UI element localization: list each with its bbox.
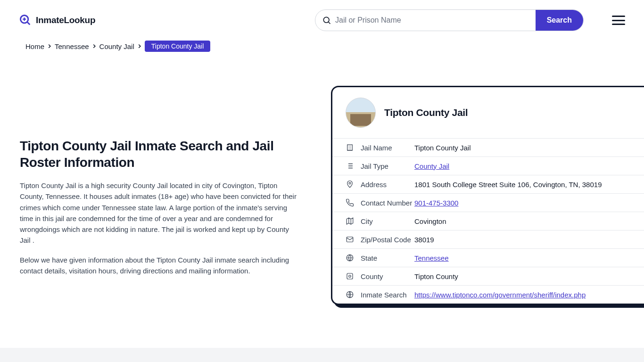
info-row: Zip/Postal Code38019 [332, 230, 644, 248]
row-value: 1801 South College Street Suite 106, Cov… [414, 181, 602, 189]
intro-paragraph-2: Below we have given information about th… [20, 255, 298, 277]
breadcrumb-home[interactable]: Home [25, 42, 44, 50]
svg-rect-2 [347, 145, 353, 150]
phone-icon [346, 198, 354, 207]
row-label: Zip/Postal Code [361, 236, 414, 244]
row-value[interactable]: https://www.tiptonco.com/government/sher… [414, 291, 586, 299]
info-row: Address1801 South College Street Suite 1… [332, 175, 644, 193]
header: InmateLookup Search [0, 0, 644, 41]
info-row: StateTennessee [332, 248, 644, 267]
building-icon [346, 143, 354, 152]
row-label: Jail Name [361, 144, 414, 152]
menu-button[interactable] [612, 16, 625, 25]
row-value: 38019 [414, 236, 434, 244]
row-label: Contact Number [361, 199, 414, 207]
list-icon [346, 162, 354, 170]
jail-avatar [346, 98, 376, 128]
search-icon [322, 16, 331, 25]
breadcrumb: Home Tennessee County Jail Tipton County… [0, 41, 644, 58]
row-label: County [361, 272, 414, 280]
envelope-icon [346, 235, 354, 244]
globe-icon [346, 254, 354, 262]
row-value[interactable]: Tennessee [414, 254, 449, 262]
chevron-right-icon [136, 43, 143, 49]
row-label: City [361, 217, 414, 225]
chevron-right-icon [91, 43, 98, 49]
info-row: Jail NameTipton County Jail [332, 138, 644, 156]
page-title: Tipton County Jail Inmate Search and Jai… [20, 138, 303, 171]
row-value: Covington [414, 217, 446, 225]
info-row: CountyTipton County [332, 267, 644, 285]
svg-point-7 [349, 275, 351, 278]
svg-rect-6 [347, 273, 353, 279]
info-row: Inmate Searchhttps://www.tiptonco.com/go… [332, 285, 644, 304]
breadcrumb-type[interactable]: County Jail [99, 42, 134, 50]
row-value: Tipton County Jail [414, 144, 471, 152]
row-label: Jail Type [361, 162, 414, 170]
row-label: Inmate Search [361, 291, 414, 299]
main: Tipton County Jail Inmate Search and Jai… [0, 58, 644, 305]
info-row: Contact Number901-475-3300 [332, 193, 644, 212]
badge-icon [346, 272, 354, 280]
pin-icon [346, 180, 354, 189]
logo-icon [19, 14, 32, 27]
search-button[interactable]: Search [536, 10, 583, 31]
search-bar: Search [315, 9, 584, 31]
search-input[interactable] [335, 10, 536, 31]
row-value: Tipton County [414, 272, 458, 280]
row-label: Address [361, 181, 414, 189]
svg-point-1 [323, 17, 329, 23]
breadcrumb-state[interactable]: Tennessee [55, 42, 89, 50]
card-title: Tipton County Jail [384, 107, 468, 118]
card-header: Tipton County Jail [332, 87, 644, 138]
jail-info-card: Tipton County Jail Jail NameTipton Count… [331, 86, 644, 305]
web-icon [346, 290, 354, 299]
chevron-right-icon [46, 43, 53, 49]
logo[interactable]: InmateLookup [19, 14, 95, 27]
row-value[interactable]: County Jail [414, 162, 449, 170]
svg-point-3 [349, 182, 351, 184]
footer-bar [0, 348, 644, 362]
intro-paragraph-1: Tipton County Jail is a high security Co… [20, 180, 298, 246]
content-column: Tipton County Jail Inmate Search and Jai… [20, 58, 303, 305]
row-value[interactable]: 901-475-3300 [414, 199, 458, 207]
svg-rect-4 [347, 237, 353, 242]
brand-name: InmateLookup [36, 15, 95, 25]
info-column: Tipton County Jail Jail NameTipton Count… [303, 58, 644, 305]
map-icon [346, 217, 354, 225]
info-row: Jail TypeCounty Jail [332, 156, 644, 175]
breadcrumb-current: Tipton County Jail [145, 41, 211, 52]
row-label: State [361, 254, 414, 262]
info-row: CityCovington [332, 212, 644, 230]
